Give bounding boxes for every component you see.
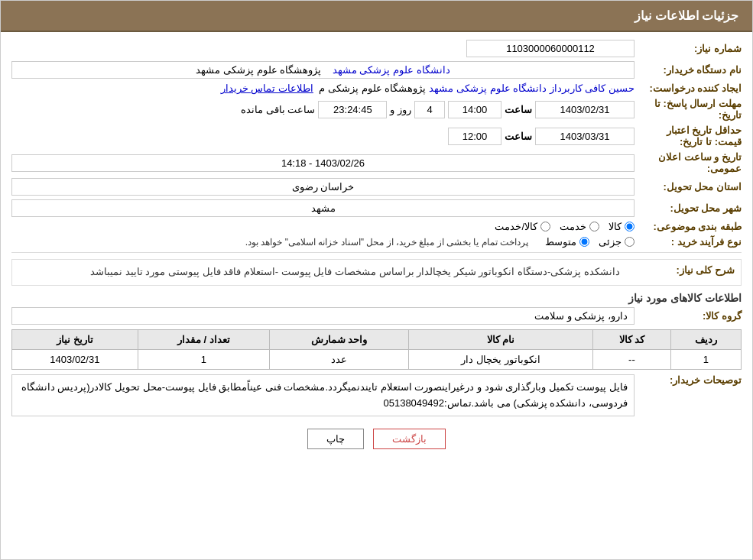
goroh-value: دارو، پزشکی و سلامت [11,307,635,325]
buyer-notes-text: فایل پیوست تکمیل وبارگذاری شود و درغیرای… [11,374,635,417]
goroh-row: گروه کالا: دارو، پزشکی و سلامت [11,307,742,325]
bottom-buttons: بازگشت چاپ [11,429,742,449]
col-name: نام کالا [408,329,592,349]
kala-section-title: اطلاعات کالاهای مورد نیاز [11,292,742,304]
type-radios: کالا خدمت کالا/خدمت [11,221,635,232]
cell-kod: -- [593,349,671,369]
province-label: استان محل تحویل: [635,181,742,193]
type-khedmat-radio[interactable] [589,222,599,231]
description-section: شرح کلی نیاز: دانشکده پزشکی-دستگاه انکوب… [11,259,742,286]
process-motaset[interactable]: متوسط [545,236,589,248]
page-title: جزئیات اطلاعات نیاز [635,9,738,22]
city-value: مشهد [11,199,635,217]
mohlet-remaining-label: ساعت باقی مانده [241,104,315,115]
price-row: حداقل تاریخ اعتبار قیمت: تا تاریخ: 1403/… [11,125,742,147]
type-khedmat[interactable]: خدمت [560,221,599,232]
province-row: استان محل تحویل: خراسان رضوی [11,178,742,196]
announce-label: تاریخ و ساعت اعلان عمومی: [635,151,742,174]
cell-vahed: عدد [270,349,409,369]
description-label: شرح کلی نیاز: [628,264,735,276]
price-label: حداقل تاریخ اعتبار قیمت: تا تاریخ: [635,125,742,147]
cell-radif: 1 [670,349,741,369]
shomara-row: شماره نیاز: 1103000060000112 [11,40,742,57]
creator-row: ایجاد کننده درخواست: حسین کافی کاربرداز … [11,83,742,94]
city-row: شهر محل تحویل: مشهد [11,199,742,217]
dastgah-row: نام دستگاه خریدار: دانشگاه علوم پزشکی مش… [11,61,742,79]
mohlet-fields: 1403/02/31 ساعت 14:00 4 روز و 23:24:45 س… [11,101,635,118]
price-fields: 1403/03/31 ساعت 12:00 [11,128,635,145]
type-row: طبقه بندی موضوعی: کالا خدمت کالا/خدمت [11,221,742,232]
col-vahed: واحد شمارش [270,329,409,349]
process-motaset-label: متوسط [545,236,576,248]
process-radios: جزئی متوسط پرداخت تمام یا بخشی از مبلغ خ… [11,236,635,248]
description-text: دانشکده پزشکی-دستگاه انکوباتور شیکر یخچا… [18,264,620,280]
process-jozei-radio[interactable] [625,237,635,247]
shomara-label: شماره نیاز: [635,43,742,54]
mohlet-days: 4 [414,101,445,118]
page-header: جزئیات اطلاعات نیاز [1,1,752,32]
creator-label: ایجاد کننده درخواست: [635,83,742,94]
goroh-label: گروه کالا: [635,310,742,322]
price-date: 1403/03/31 [535,128,635,145]
dastgah-label: نام دستگاه خریدار: [635,64,742,76]
process-jozei-label: جزئی [599,236,622,248]
type-kala-khedmat-radio[interactable] [540,222,550,231]
announce-row: تاریخ و ساعت اعلان عمومی: 1403/02/26 - 1… [11,151,742,174]
dastgah-sub: پژوهشگاه علوم پزشکی مشهد [196,64,321,76]
process-jozei[interactable]: جزئی [599,236,635,248]
dastgah-main: دانشگاه علوم پزشکی مشهد [333,64,450,76]
type-kala-radio[interactable] [625,222,635,231]
process-note: پرداخت تمام یا بخشی از مبلغ خرید، از محل… [245,237,528,248]
mohlet-days-label: روز و [390,104,411,115]
mohlet-remaining: 23:24:45 [318,101,387,118]
province-value: خراسان رضوی [11,178,635,196]
shomara-value: 1103000060000112 [466,40,635,57]
creator-value: حسین کافی کاربرداز دانشگاه علوم پزشکی مش… [11,83,635,94]
col-kod: کد کالا [593,329,671,349]
process-row: نوع فرآیند خرید : جزئی متوسط پرداخت تمام… [11,236,742,248]
col-tedad: تعداد / مقدار [138,329,269,349]
back-button[interactable]: بازگشت [373,429,446,449]
table-row: 1--انکوباتور یخچال دارعدد11403/02/31 [12,349,742,369]
type-kala-label: کالا [609,221,622,232]
cell-tedad: 1 [138,349,269,369]
price-time-label: ساعت [505,131,532,142]
cell-tarikh: 1403/02/31 [12,349,138,369]
type-kala[interactable]: کالا [609,221,635,232]
mohlet-row: مهلت ارسال پاسخ: تا تاریخ: 1403/02/31 سا… [11,98,742,121]
buyer-notes-section: توصیحات خریدار: فایل پیوست تکمیل وبارگذا… [11,374,742,417]
type-khedmat-label: خدمت [560,221,586,232]
type-kala-khedmat-label: کالا/خدمت [495,221,537,232]
city-label: شهر محل تحویل: [635,202,742,214]
process-motaset-radio[interactable] [579,237,589,247]
creator-name: حسین کافی کاربرداز دانشگاه علوم پزشکی مش… [429,83,635,94]
kala-table: ردیف کد کالا نام کالا واحد شمارش تعداد /… [11,329,742,370]
col-tarikh: تاریخ نیاز [12,329,138,349]
mohlet-date: 1403/02/31 [535,101,635,118]
divider [11,252,742,253]
dastgah-value: دانشگاه علوم پزشکی مشهد پژوهشگاه علوم پز… [11,61,635,79]
price-time: 12:00 [448,128,501,145]
announce-value: 1403/02/26 - 14:18 [11,154,635,172]
col-radif: ردیف [670,329,741,349]
buyer-notes-label: توصیحات خریدار: [635,374,742,417]
process-label: نوع فرآیند خرید : [635,236,742,248]
mohlet-time-label: ساعت [505,104,532,115]
mohlet-label: مهلت ارسال پاسخ: تا تاریخ: [635,98,742,121]
mohlet-time: 14:00 [448,101,501,118]
print-button[interactable]: چاپ [307,429,364,449]
cell-name: انکوباتور یخچال دار [408,349,592,369]
creator-link[interactable]: اطلاعات تماس خریدار [221,83,313,94]
type-kala-khedmat[interactable]: کالا/خدمت [495,221,550,232]
creator-org: پژوهشگاه علوم پزشکی م [319,83,426,94]
type-label: طبقه بندی موضوعی: [635,221,742,232]
